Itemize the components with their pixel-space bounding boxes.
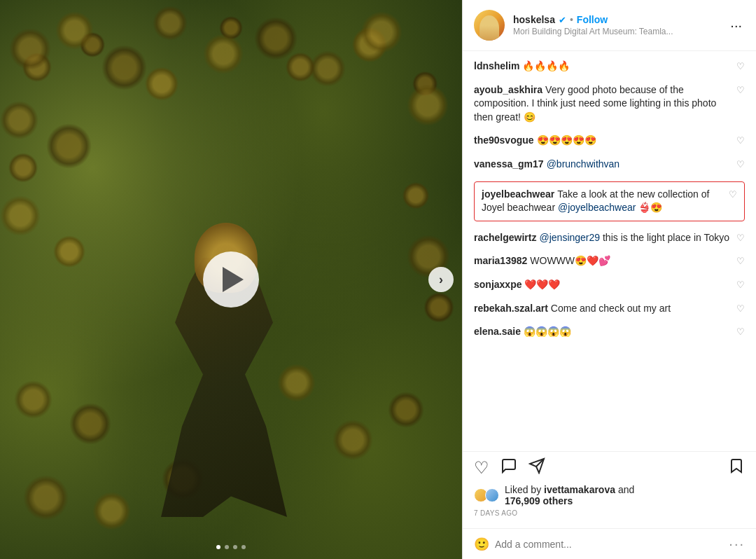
- comments-section: ldnshelim🔥🔥🔥🔥 ♡ ayoub_askhiraVery good p…: [463, 51, 756, 451]
- like-icon[interactable]: ♡: [729, 189, 737, 200]
- comment-username[interactable]: ldnshelim: [474, 60, 519, 71]
- comment-username[interactable]: rebekah.szal.art: [474, 303, 548, 314]
- mention[interactable]: @brunchwithvan: [547, 158, 620, 170]
- comment-username[interactable]: maria13982: [474, 255, 527, 266]
- mention[interactable]: @joyelbeachwear: [558, 202, 636, 213]
- comment-username[interactable]: rachelgewirtz: [474, 232, 536, 243]
- chevron-right-icon: ›: [439, 272, 443, 287]
- dot-4[interactable]: [241, 545, 246, 549]
- profile-info: hoskelsa ✔ • Follow Mori Building Digita…: [513, 14, 727, 36]
- comment-text: ayoub_askhiraVery good photo because of …: [474, 83, 731, 125]
- liker-name[interactable]: ivettamakarova: [544, 484, 615, 495]
- comment-text: joyelbeachwearTake a look at the new col…: [482, 188, 723, 215]
- list-item: the90svogue😍😍😍😍😍 ♡: [474, 134, 745, 148]
- next-slide-button[interactable]: ›: [428, 267, 454, 292]
- share-button[interactable]: [528, 457, 545, 478]
- comment-username[interactable]: vanessa_gm17: [474, 158, 544, 170]
- comment-username[interactable]: the90svogue: [474, 134, 534, 146]
- comment-text: maria13982WOWWW😍❤️💕: [474, 254, 731, 268]
- likes-count: 176,909 others: [505, 495, 573, 506]
- more-options-icon[interactable]: ···: [727, 18, 745, 34]
- like-icon[interactable]: ♡: [736, 85, 745, 95]
- like-icon[interactable]: ♡: [736, 159, 745, 170]
- comment-username[interactable]: ayoub_askhira: [474, 84, 542, 95]
- play-button[interactable]: [203, 251, 259, 308]
- list-item: sonjaxxpe❤️❤️❤️ ♡: [474, 278, 745, 292]
- username[interactable]: hoskelsa: [513, 14, 555, 25]
- comment-text: sonjaxxpe❤️❤️❤️: [474, 278, 731, 292]
- follow-button[interactable]: Follow: [577, 14, 608, 25]
- dot-separator: •: [570, 14, 573, 25]
- comment-username[interactable]: joyelbeachwear: [482, 188, 554, 200]
- comments-panel: hoskelsa ✔ • Follow Mori Building Digita…: [462, 0, 756, 559]
- profile-header: hoskelsa ✔ • Follow Mori Building Digita…: [463, 0, 756, 51]
- timestamp: 7 DAYS AGO: [474, 509, 745, 517]
- avatar[interactable]: [474, 10, 505, 41]
- like-icon[interactable]: ♡: [736, 61, 745, 71]
- like-icon[interactable]: ♡: [736, 256, 745, 266]
- like-icon[interactable]: ♡: [736, 326, 745, 337]
- play-icon: [223, 267, 244, 292]
- like-icon[interactable]: ♡: [736, 303, 745, 314]
- comment-username[interactable]: elena.saie: [474, 326, 521, 337]
- comment-text: elena.saie😱😱😱😱: [474, 325, 731, 339]
- verified-icon: ✔: [559, 15, 566, 25]
- list-item: maria13982WOWWW😍❤️💕 ♡: [474, 254, 745, 268]
- comment-text: ldnshelim🔥🔥🔥🔥: [474, 60, 731, 74]
- video-panel: ›: [0, 0, 462, 559]
- mention[interactable]: @jensinger29: [539, 232, 600, 243]
- comment-username[interactable]: sonjaxxpe: [474, 279, 522, 290]
- list-item: vanessa_gm17@brunchwithvan ♡: [474, 158, 745, 172]
- dot-1[interactable]: [216, 545, 220, 549]
- list-item: rachelgewirtz@jensinger29 this is the li…: [474, 231, 745, 245]
- highlighted-comment: joyelbeachwearTake a look at the new col…: [474, 181, 745, 221]
- likes-avatars: [474, 488, 499, 502]
- like-icon[interactable]: ♡: [736, 233, 745, 243]
- more-options-button[interactable]: ···: [729, 536, 745, 552]
- list-item: ldnshelim🔥🔥🔥🔥 ♡: [474, 60, 745, 74]
- add-comment-bar: 🙂 ···: [463, 528, 756, 559]
- like-button[interactable]: ♡: [474, 458, 489, 478]
- like-icon[interactable]: ♡: [736, 280, 745, 290]
- profile-subtitle: Mori Building Digital Art Museum: Teamla…: [513, 27, 727, 36]
- bookmark-button[interactable]: [728, 457, 745, 478]
- comment-text: rachelgewirtz@jensinger29 this is the li…: [474, 231, 731, 245]
- emoji-button[interactable]: 🙂: [474, 537, 489, 552]
- dot-3[interactable]: [233, 545, 237, 549]
- liker-avatar-2: [485, 488, 499, 502]
- comment-text: vanessa_gm17@brunchwithvan: [474, 158, 731, 172]
- likes-row: Liked by ivettamakarova and 176,909 othe…: [474, 484, 745, 506]
- comment-button[interactable]: [500, 457, 517, 478]
- comment-text: rebekah.szal.artCome and check out my ar…: [474, 302, 731, 316]
- add-comment-input[interactable]: [495, 539, 729, 550]
- list-item: ayoub_askhiraVery good photo because of …: [474, 83, 745, 125]
- list-item: rebekah.szal.artCome and check out my ar…: [474, 302, 745, 316]
- actions-bar: ♡ Liked by ivettamakarova and 176,909 ot…: [463, 451, 756, 528]
- like-icon[interactable]: ♡: [736, 135, 745, 146]
- likes-text: Liked by ivettamakarova and 176,909 othe…: [505, 484, 634, 506]
- dot-2[interactable]: [225, 545, 229, 549]
- carousel-dots: [216, 545, 246, 549]
- list-item: elena.saie😱😱😱😱 ♡: [474, 325, 745, 339]
- comment-text: the90svogue😍😍😍😍😍: [474, 134, 731, 148]
